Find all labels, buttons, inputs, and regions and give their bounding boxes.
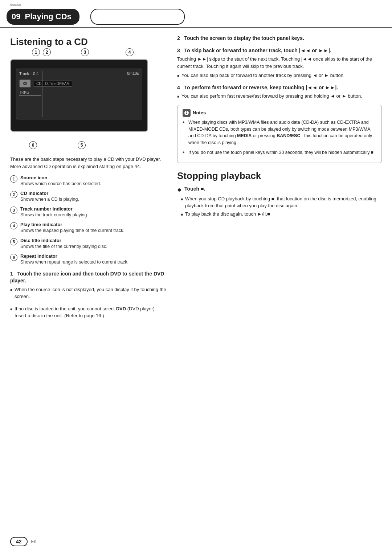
item-title-1: Source icon (20, 175, 166, 180)
right-column: 2 Touch the screen to display the touch … (177, 35, 382, 323)
stop-section: Stopping playback ● Touch ■. ■ When you … (177, 170, 382, 218)
footer-language: En (31, 539, 37, 544)
item-num-4: 4 (10, 222, 17, 229)
trk-label: TRKG (19, 90, 29, 94)
indicator-list: 1 Source icon Shows which source has bee… (10, 175, 166, 265)
diagram-screen: Track：0 4 0m10s CD—D.Title:DREAM TRKG (16, 69, 142, 119)
list-item: 3 Track number indicator Shows the track… (10, 206, 166, 218)
section-badge: 09 Playing CDs (7, 9, 79, 25)
item-title-3: Track number indicator (20, 206, 166, 212)
step-2-header: 2 Touch the screen to display the touch … (177, 35, 382, 42)
bullet-icon: ■ (177, 73, 179, 78)
item-title-4: Play time indicator (20, 222, 166, 227)
device-diagram: Track：0 4 0m10s CD—D.Title:DREAM TRKG (10, 59, 148, 132)
step-2: 2 Touch the screen to display the touch … (177, 35, 382, 42)
step-3-header: 3 To skip back or forward to another tra… (177, 47, 382, 54)
callout-5: 5 (78, 141, 86, 149)
step-1-body: ■ When the source icon is not displayed,… (10, 286, 166, 300)
item-num-5: 5 (10, 238, 17, 245)
step-1: 1 Touch the source icon and then touch D… (10, 270, 166, 300)
step-4-header: 4 To perform fast forward or reverse, ke… (177, 84, 382, 91)
page-number: 42 (10, 537, 28, 546)
notes-title: Notes (193, 110, 206, 115)
diagram-source-area: CD—D.Title:DREAM (19, 79, 139, 87)
step-1-header: 1 Touch the source icon and then touch D… (10, 270, 166, 285)
step-3: 3 To skip back or forward to another tra… (177, 47, 382, 79)
stop-label: Touch ■. (184, 186, 205, 192)
callout-4: 4 (126, 48, 134, 56)
list-item: 5 Disc title indicator Shows the title o… (10, 238, 166, 250)
notes-bullet-2: • (183, 149, 185, 156)
item-desc-6: Shows when repeat range is selected to c… (20, 259, 166, 265)
list-item: 1 Source icon Shows which source has bee… (10, 175, 166, 187)
item-desc-2: Shows when a CD is playing. (20, 196, 166, 203)
main-content: Listening to a CD 1 2 3 4 Track：0 4 0m10… (0, 28, 392, 330)
bullet-icon: ■ (10, 306, 12, 312)
notes-text-1: When playing discs with MP3/WMA files an… (188, 119, 376, 146)
step-1-bullet: When the source icon is not displayed, y… (15, 286, 166, 300)
section-title: Playing CDs (25, 12, 71, 21)
listening-heading: Listening to a CD (10, 36, 166, 48)
step-3-body: Touching ►►| skips to the start of the n… (177, 56, 382, 79)
item-desc-1: Shows which source has been selected. (20, 180, 166, 187)
stop-heading: Stopping playback (177, 170, 382, 181)
notes-box: Notes • When playing discs with MP3/WMA … (177, 105, 382, 163)
step-4-bullet: You can also perform fast reverse/fast f… (181, 93, 362, 100)
stop-bullet-1: When you stop CD playback by touching ■,… (185, 195, 382, 209)
notes-title-row: Notes (183, 109, 376, 117)
trk-bar (19, 95, 41, 96)
notes-item-2: • If you do not use the touch panel keys… (183, 149, 376, 156)
step-1-note: ■ If no disc is loaded in the unit, you … (10, 305, 166, 319)
item-desc-5: Shows the title of the currently playing… (20, 243, 166, 250)
stop-bullet-row: ● Touch ■. (177, 186, 382, 193)
step-4-body: ■ You can also perform fast reverse/fast… (177, 93, 382, 100)
header-right-box (90, 9, 185, 25)
item-desc-3: Shows the track currently playing. (20, 212, 166, 218)
intro-desc: These are the basic steps necessary to p… (10, 156, 166, 170)
trk-area: TRKG (19, 90, 139, 96)
time-label: 0m10s (127, 71, 139, 77)
section-label: Section (10, 3, 21, 7)
step-3-para: Touching ►►| skips to the start of the n… (177, 56, 382, 70)
notes-item-1: • When playing discs with MP3/WMA files … (183, 119, 376, 146)
step-1-note-text: If no disc is loaded in the unit, you ca… (15, 305, 166, 319)
step-3-bullet: You can also skip back or forward to ano… (181, 72, 344, 79)
list-item: 4 Play time indicator Shows the elapsed … (10, 222, 166, 234)
item-num-6: 6 (10, 254, 17, 261)
item-desc-4: Shows the elapsed playing time of the cu… (20, 227, 166, 234)
item-title-2: CD indicator (20, 191, 166, 196)
bullet-icon: ■ (177, 94, 179, 99)
item-num-3: 3 (10, 207, 17, 214)
stop-bullet-2: To play back the disc again, touch ►/II.… (185, 211, 270, 218)
item-num-2: 2 (10, 191, 17, 198)
callout-1: 1 (32, 48, 40, 56)
diagram-track-row: Track：0 4 0m10s (19, 71, 139, 78)
step-4: 4 To perform fast forward or reverse, ke… (177, 84, 382, 100)
diagram-source-icon (19, 79, 31, 87)
item-title-5: Disc title indicator (20, 238, 166, 243)
notes-text-2: If you do not use the touch panel keys w… (188, 149, 373, 156)
stop-dot: ● (177, 186, 181, 193)
left-column: Listening to a CD 1 2 3 4 Track：0 4 0m10… (10, 35, 166, 323)
page-footer: 42 En (10, 537, 36, 546)
track-label: Track：0 4 (19, 71, 38, 77)
list-item: 2 CD indicator Shows when a CD is playin… (10, 191, 166, 203)
item-num-1: 1 (10, 175, 17, 183)
bullet-icon: ■ (10, 287, 12, 293)
callout-3: 3 (81, 48, 89, 56)
list-item: 6 Repeat indicator Shows when repeat ran… (10, 253, 166, 265)
bullet-icon: ■ (181, 196, 183, 202)
notes-bullet-1: • (183, 119, 185, 126)
bullet-icon: ■ (181, 212, 183, 217)
stop-body: ■ When you stop CD playback by touching … (181, 195, 382, 218)
page-header: Section 09 Playing CDs (0, 0, 392, 28)
callout-2: 2 (43, 48, 51, 56)
callout-6: 6 (29, 141, 37, 149)
notes-icon (183, 109, 191, 117)
item-title-6: Repeat indicator (20, 253, 166, 259)
svg-point-2 (24, 83, 26, 84)
section-number: 09 (12, 12, 20, 21)
cd-label: CD—D.Title:DREAM (34, 81, 72, 87)
